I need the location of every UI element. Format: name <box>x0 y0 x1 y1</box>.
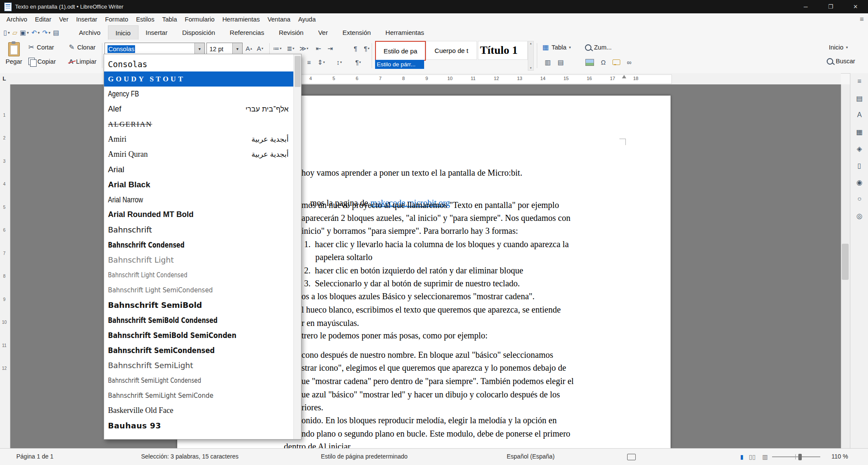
font-option[interactable]: Bahnschrift SemiCondensed <box>104 343 294 358</box>
tab-revision[interactable]: Revisión <box>271 25 311 40</box>
font-option[interactable]: Arial Rounded MT Bold <box>104 207 294 222</box>
style-preview-body-text[interactable]: Cuerpo de t <box>426 41 477 60</box>
document-scrollbar-thumb[interactable] <box>842 244 849 280</box>
font-option[interactable]: Arial Narrow <box>104 192 294 207</box>
font-option[interactable]: Baskerville Old Face <box>104 403 294 418</box>
language-status[interactable]: Español (España) <box>507 453 554 460</box>
menubar-hamburger-icon[interactable]: ≡ <box>860 16 864 23</box>
notebookbar-home-menu[interactable]: Inicio ▾ <box>829 44 848 51</box>
new-document-button[interactable]: ▯ ▾ <box>3 29 10 37</box>
font-option[interactable]: Amiri Quranأبجدية عربية <box>104 147 294 162</box>
font-option[interactable]: Amiriأبجدية عربية <box>104 132 294 147</box>
font-option[interactable]: Bahnschrift Light <box>104 252 294 267</box>
paragraph-style-button[interactable]: ¶ ▾ <box>353 57 363 68</box>
menu-ayuda[interactable]: Ayuda <box>294 14 320 25</box>
align-justify-button[interactable]: ≡ <box>304 57 314 68</box>
font-name-combobox[interactable]: Consolas ▾ <box>105 43 205 55</box>
formatting-marks-button[interactable]: ¶ <box>350 43 361 54</box>
open-file-button[interactable]: ▱ <box>12 29 18 37</box>
page-deck-icon[interactable]: ▯ <box>854 161 865 170</box>
bullets-button[interactable]: ≔ ▾ <box>272 43 283 54</box>
redo-button[interactable]: ↷ ▾ <box>42 29 50 37</box>
style-preview-default[interactable]: Estilo de pa <box>375 41 426 61</box>
menu-formulario[interactable]: Formulario <box>181 14 219 25</box>
sidebar-settings-icon[interactable]: ≡ <box>854 77 865 86</box>
font-list-scrollbar[interactable] <box>293 54 301 439</box>
font-option[interactable]: Bahnschrift Light Condensed <box>104 267 294 282</box>
insert-column-button[interactable]: ▥ <box>542 57 553 68</box>
find-deck-icon[interactable]: ◎ <box>854 211 865 220</box>
outline-list-button[interactable]: ≫ ▾ <box>299 43 309 54</box>
font-option[interactable]: ALGERIAN <box>104 117 294 132</box>
special-character-button[interactable]: Ω <box>598 57 609 68</box>
tab-insertar[interactable]: Insertar <box>139 25 175 40</box>
font-option[interactable]: Bahnschrift <box>104 222 294 237</box>
tab-referencias[interactable]: Referencias <box>222 25 271 40</box>
clone-formatting-button[interactable]: ✎ Clonar <box>69 44 95 51</box>
font-option[interactable]: Bahnschrift SemiLight <box>104 358 294 373</box>
menu-ventana[interactable]: Ventana <box>264 14 294 25</box>
tab-extension[interactable]: Extensión <box>335 25 378 40</box>
clear-formatting-button[interactable]: A Limpiar <box>69 58 96 65</box>
font-size-dropdown-arrow[interactable]: ▾ <box>232 43 242 55</box>
find-button[interactable]: Buscar <box>827 58 855 65</box>
navigator-icon[interactable]: ◈ <box>854 144 865 153</box>
tab-archivo[interactable]: Archivo <box>71 25 108 40</box>
font-option[interactable]: Bahnschrift SemiLight SemiConde <box>104 388 294 403</box>
increase-indent-button[interactable]: ⇥ <box>325 43 336 54</box>
font-option[interactable]: Arial Black <box>104 177 294 192</box>
cut-button[interactable]: ✂ Cortar <box>28 44 54 51</box>
insert-comment-button[interactable] <box>611 57 622 68</box>
maximize-button[interactable]: ❐ <box>818 0 843 13</box>
print-button[interactable]: ▤ <box>53 29 59 37</box>
word-count-status[interactable]: Selección: 3 palabras, 15 caracteres <box>141 453 238 460</box>
font-option[interactable]: Alefאלף־בית עברי <box>104 102 294 117</box>
font-option[interactable]: Bauhaus 93 <box>104 418 294 433</box>
font-name-dropdown-arrow[interactable]: ▾ <box>194 43 204 55</box>
font-option-selected[interactable]: GOUDY STOUT <box>104 71 294 87</box>
line-spacing-button[interactable]: ⇕ ▾ <box>316 57 326 68</box>
menu-insertar[interactable]: Insertar <box>72 14 101 25</box>
menu-ver[interactable]: Ver <box>55 14 72 25</box>
font-option[interactable]: Bahnschrift Light SemiCondensed <box>104 282 294 298</box>
style-preview-heading[interactable]: Título 1 <box>478 41 528 60</box>
insert-image-button[interactable] <box>584 57 595 68</box>
font-option[interactable]: Bahnschrift SemiBold Condensed <box>104 313 294 328</box>
paragraph-dialog-button[interactable]: ¶ ▾ <box>361 43 372 54</box>
close-button[interactable]: ✕ <box>843 0 868 13</box>
tabstop-selector-icon[interactable]: L <box>3 75 6 82</box>
right-indent-marker[interactable] <box>622 75 626 78</box>
tab-herramientas[interactable]: Herramientas <box>378 25 431 40</box>
insert-table-button[interactable]: ▦ Tabla ▾ <box>542 44 571 51</box>
paragraph-spacing-button[interactable]: ↕ ▾ <box>334 57 345 68</box>
increase-font-size-button[interactable]: A ▴ <box>243 43 254 54</box>
font-option[interactable]: Bahnschrift SemiBold <box>104 298 294 313</box>
single-page-view-button[interactable]: ▮ <box>740 453 744 460</box>
menu-formato[interactable]: Formato <box>101 14 132 25</box>
font-option[interactable]: Bahnschrift SemiBold SemiConden <box>104 328 294 343</box>
styles-icon[interactable]: A <box>854 110 865 120</box>
font-list-scrollbar-thumb[interactable] <box>295 56 301 87</box>
copy-button[interactable]: Copiar <box>28 58 56 65</box>
font-size-combobox[interactable]: 12 pt ▾ <box>206 43 243 55</box>
font-option[interactable]: Consolas <box>104 56 294 71</box>
accessibility-check-icon[interactable]: ○ <box>854 194 865 204</box>
vertical-ruler[interactable]: 1 2 3 4 5 6 7 8 9 10 11 12 <box>0 84 10 449</box>
menu-estilos[interactable]: Estilos <box>132 14 158 25</box>
zoom-button[interactable]: Zum... <box>585 44 612 51</box>
menu-tabla[interactable]: Tabla <box>158 14 181 25</box>
current-paragraph-style[interactable]: Estilo de párr... <box>375 60 424 69</box>
insert-row-button[interactable]: ▤ <box>555 57 566 68</box>
menu-herramientas[interactable]: Herramientas <box>219 14 264 25</box>
minimize-button[interactable]: ─ <box>793 0 818 13</box>
tab-disposicion[interactable]: Disposición <box>175 25 222 40</box>
numbering-button[interactable]: ≣ ▾ <box>285 43 296 54</box>
styles-gallery-scrollbar[interactable]: ▴ ▾ <box>528 41 534 71</box>
page-count-status[interactable]: Página 1 de 1 <box>16 453 53 460</box>
font-option[interactable]: Arial <box>104 162 294 177</box>
multi-page-view-button[interactable]: ▯▯ <box>749 453 755 460</box>
insert-hyperlink-button[interactable]: ∞ <box>624 57 634 68</box>
gallery-icon[interactable]: ▦ <box>854 127 865 136</box>
font-option[interactable]: Agency FB <box>104 87 294 102</box>
menu-editar[interactable]: Editar <box>31 14 55 25</box>
